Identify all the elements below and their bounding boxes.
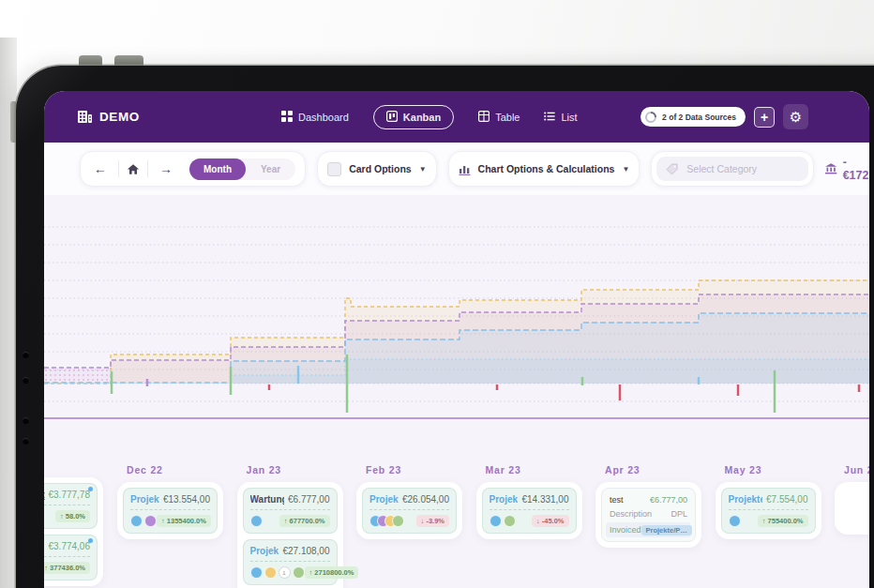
app-logo[interactable]: DEMO bbox=[77, 110, 140, 124]
kanban-card[interactable]: Projekte€13.554,00↑ 1355400.0% bbox=[123, 488, 218, 534]
column-header: Apr 23 bbox=[605, 464, 701, 475]
time-nav-group: ← → Month Year bbox=[80, 151, 306, 187]
avatar-icon bbox=[293, 566, 305, 579]
notification-dot bbox=[88, 538, 93, 543]
card-options-label: Card Options bbox=[349, 163, 412, 174]
category-filter-group bbox=[651, 151, 814, 187]
avatar-group bbox=[250, 515, 263, 527]
avatar-icon bbox=[264, 566, 277, 579]
kanban-card[interactable]: Projekte€26.054,00↓ -3.9% bbox=[362, 488, 457, 534]
avatar-icon: 1 bbox=[279, 566, 291, 579]
sync-circle-icon bbox=[644, 111, 657, 124]
kanban-column-jun-23: Jun 23 bbox=[835, 464, 869, 535]
back-button[interactable]: ← bbox=[90, 161, 111, 176]
card-title: Projekte bbox=[369, 494, 399, 505]
card-amount: €27.108,00 bbox=[282, 546, 329, 556]
nav-list[interactable]: List bbox=[544, 111, 577, 124]
data-sources-label: 2 of 2 Data Sources bbox=[662, 113, 736, 122]
chevron-down-icon: ▼ bbox=[622, 165, 629, 173]
kanban-icon bbox=[386, 111, 398, 124]
card-amount: €14.331,00 bbox=[521, 494, 568, 505]
card-title: Projekte bbox=[130, 494, 159, 505]
building-icon bbox=[77, 110, 93, 124]
avatar-icon bbox=[392, 515, 404, 527]
divider bbox=[118, 160, 119, 177]
kanban-card[interactable]: test€6.777,00DescriptionDPLInvoicedProje… bbox=[601, 488, 696, 542]
header-actions: 2 of 2 Data Sources + ⚙ bbox=[640, 104, 808, 129]
cumulative-step-chart bbox=[44, 195, 869, 427]
nav-table[interactable]: Table bbox=[478, 111, 520, 124]
add-button[interactable]: + bbox=[754, 107, 775, 128]
settings-button[interactable]: ⚙ bbox=[783, 104, 808, 129]
avatar-icon bbox=[504, 515, 516, 527]
trend-badge: ↓ -3.9% bbox=[416, 515, 449, 527]
nav-dashboard[interactable]: Dashboard bbox=[281, 111, 349, 124]
column-card-container: Projekte€7.554,00↑ 755400.0% bbox=[716, 482, 821, 539]
avatar-group bbox=[729, 515, 741, 527]
category-chip: Projekte/P… bbox=[641, 525, 692, 535]
nav-kanban[interactable]: Kanban bbox=[373, 105, 454, 129]
list-icon bbox=[544, 111, 555, 124]
kanban-card[interactable]: Projekte€14.331,00↓ -45.0% bbox=[482, 488, 577, 534]
bezel-dot bbox=[23, 352, 29, 358]
trend-badge: ↑ 2710800.0% bbox=[305, 566, 359, 579]
column-card-container: Projekte€13.554,00↑ 1355400.0% bbox=[117, 482, 223, 539]
bank-icon bbox=[825, 163, 836, 174]
bezel-dot bbox=[23, 438, 29, 445]
column-card-container: Uncategorized€3.777,78↑ 58.0%€3.774,06↑ … bbox=[44, 477, 103, 586]
toolbar-right: -€172,92 bbox=[825, 156, 869, 182]
avatar-group: 1 bbox=[250, 566, 305, 579]
main-nav: DashboardKanbanTableList bbox=[281, 91, 578, 143]
avatar-group bbox=[130, 515, 157, 527]
card-title: Uncategorized bbox=[44, 490, 45, 500]
avatar-group bbox=[369, 515, 404, 527]
card-options-button[interactable]: Card Options ▼ bbox=[317, 151, 436, 187]
kanban-column-mar-23: Mar 23Projekte€14.331,00↓ -45.0% bbox=[476, 464, 582, 539]
avatar-icon bbox=[250, 566, 263, 579]
kanban-card[interactable]: €3.774,06↑ 377436.0% bbox=[44, 535, 98, 580]
column-card-container: test€6.777,00DescriptionDPLInvoicedProje… bbox=[595, 482, 701, 548]
kanban-column-apr-23: Apr 23test€6.777,00DescriptionDPLInvoice… bbox=[595, 464, 701, 548]
app-name: DEMO bbox=[99, 110, 140, 124]
column-header: Dec 22 bbox=[127, 464, 223, 475]
kanban-card[interactable]: Projekte€27.108,001↑ 2710800.0% bbox=[243, 539, 338, 585]
kanban-column-partial: Uncategorized€3.777,78↑ 58.0%€3.774,06↑ … bbox=[44, 477, 103, 586]
card-title: Projekte bbox=[250, 546, 279, 556]
trend-badge: ↑ 1355400.0% bbox=[157, 515, 211, 527]
column-header: Jun 23 bbox=[844, 464, 869, 475]
column-card-container bbox=[835, 482, 869, 535]
card-amount: €7.554,00 bbox=[766, 494, 808, 505]
home-button[interactable] bbox=[127, 163, 140, 175]
period-month[interactable]: Month bbox=[189, 158, 246, 180]
notification-dot bbox=[88, 487, 93, 491]
forward-button[interactable]: → bbox=[156, 161, 176, 176]
avatar-icon bbox=[250, 515, 263, 527]
kanban-card[interactable]: Wartungsver…€6.777,00↑ 677700.0% bbox=[243, 488, 338, 534]
category-input[interactable] bbox=[685, 162, 799, 175]
column-header: May 23 bbox=[725, 464, 821, 475]
tablet-frame: DEMO DashboardKanbanTableList 2 of 2 Dat… bbox=[16, 66, 874, 588]
table-icon bbox=[478, 111, 490, 124]
data-sources-pill[interactable]: 2 of 2 Data Sources bbox=[640, 107, 746, 127]
kanban-card[interactable]: Uncategorized€3.777,78↑ 58.0% bbox=[44, 483, 98, 529]
page-background: DEMO DashboardKanbanTableList 2 of 2 Dat… bbox=[0, 0, 874, 588]
chart-options-button[interactable]: Chart Options & Calculations ▼ bbox=[448, 151, 640, 187]
trend-badge: ↓ -45.0% bbox=[532, 515, 569, 527]
period-year[interactable]: Year bbox=[246, 158, 295, 180]
card-detail-row: InvoicedProjekte/P… bbox=[606, 522, 691, 537]
column-header: Feb 23 bbox=[366, 464, 462, 475]
bezel-dot bbox=[23, 377, 29, 384]
avatar-icon bbox=[490, 515, 502, 527]
card-amount: €3.777,78 bbox=[49, 490, 91, 500]
column-card-container: Projekte€14.331,00↓ -45.0% bbox=[476, 482, 582, 539]
detail-label: Description bbox=[610, 509, 652, 519]
kanban-card[interactable]: Projekte€7.554,00↑ 755400.0% bbox=[721, 488, 816, 534]
card-detail-row: DescriptionDPL bbox=[606, 506, 691, 520]
card-title: Projekte bbox=[729, 494, 763, 505]
tag-icon bbox=[666, 163, 678, 175]
bar-chart-icon bbox=[459, 163, 471, 175]
avatar-icon bbox=[729, 515, 741, 527]
column-header: Jan 23 bbox=[247, 464, 343, 475]
category-filter bbox=[656, 157, 808, 181]
card-detail-row: test€6.777,00 bbox=[606, 492, 691, 506]
